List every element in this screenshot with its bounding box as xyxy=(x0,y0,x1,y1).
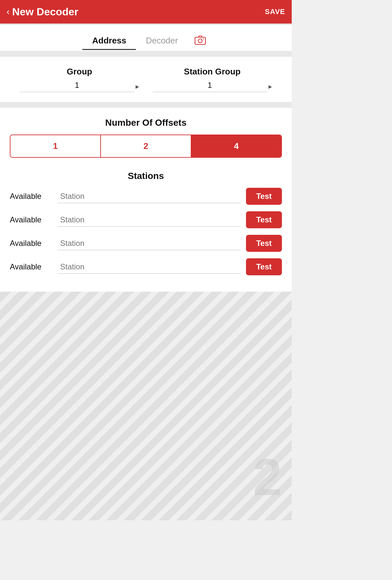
camera-icon xyxy=(194,35,206,48)
group-col: Group 1 ▶ xyxy=(20,67,139,92)
diagonal-pattern xyxy=(0,292,292,520)
group-label: Group xyxy=(67,67,92,77)
group-section: Group 1 ▶ Station Group 1 ▶ xyxy=(0,57,292,102)
offsets-buttons: 1 2 4 xyxy=(10,135,282,158)
station-group-label: Station Group xyxy=(184,67,240,77)
stations-title: Stations xyxy=(10,171,282,181)
bottom-decorative-area: 2 xyxy=(0,292,292,520)
watermark: 2 xyxy=(253,447,282,507)
tab-address[interactable]: Address xyxy=(82,32,136,50)
group-dropdown-arrow: ▶ xyxy=(136,84,139,89)
section-divider-1 xyxy=(0,51,292,57)
station-input-4[interactable] xyxy=(57,260,241,274)
station-status-2: Available xyxy=(10,215,52,224)
back-button[interactable]: ‹ xyxy=(7,7,9,17)
svg-rect-0 xyxy=(195,37,205,44)
station-test-button-1[interactable]: Test xyxy=(246,188,282,205)
station-group-value[interactable]: 1 xyxy=(153,81,267,92)
station-test-button-4[interactable]: Test xyxy=(246,258,282,275)
station-row: Available Test xyxy=(10,188,282,205)
offsets-title: Number Of Offsets xyxy=(105,118,187,128)
group-value-row: 1 ▶ xyxy=(20,81,139,92)
tab-decoder[interactable]: Decoder xyxy=(136,32,188,50)
station-status-3: Available xyxy=(10,239,52,248)
offset-4-button[interactable]: 4 xyxy=(191,135,281,157)
station-group-col: Station Group 1 ▶ xyxy=(153,67,272,92)
offset-2-button[interactable]: 2 xyxy=(101,135,191,157)
station-group-value-row: 1 ▶ xyxy=(153,81,272,92)
save-button[interactable]: SAVE xyxy=(265,8,285,16)
svg-point-2 xyxy=(203,39,204,40)
station-status-1: Available xyxy=(10,192,52,201)
header-left: ‹ New Decoder xyxy=(7,6,78,18)
station-row: Available Test xyxy=(10,258,282,275)
tabs-bar: Address Decoder xyxy=(0,25,292,51)
station-row: Available Test xyxy=(10,235,282,252)
station-input-3[interactable] xyxy=(57,237,241,250)
station-status-4: Available xyxy=(10,262,52,271)
station-input-2[interactable] xyxy=(57,213,241,227)
app-header: ‹ New Decoder SAVE xyxy=(0,0,292,24)
station-row: Available Test xyxy=(10,211,282,228)
offset-1-button[interactable]: 1 xyxy=(10,135,101,157)
section-divider-2 xyxy=(0,102,292,108)
station-test-button-2[interactable]: Test xyxy=(246,211,282,228)
offsets-section: Number Of Offsets 1 2 4 xyxy=(0,108,292,164)
station-input-1[interactable] xyxy=(57,190,241,203)
station-test-button-3[interactable]: Test xyxy=(246,235,282,252)
page-title: New Decoder xyxy=(12,6,78,18)
group-value[interactable]: 1 xyxy=(20,81,134,92)
station-group-dropdown-arrow: ▶ xyxy=(269,84,272,89)
camera-tab[interactable] xyxy=(191,31,209,51)
svg-point-1 xyxy=(198,39,202,43)
stations-section: Stations Available Test Available Test A… xyxy=(0,164,292,292)
